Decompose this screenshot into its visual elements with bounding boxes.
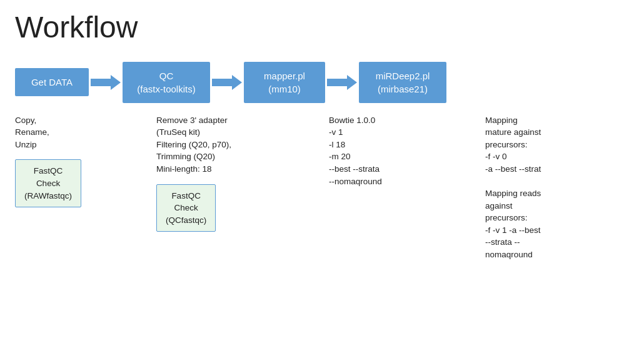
arrow-1 [89, 72, 123, 92]
desc-col-2: Remove 3' adapter (TruSeq kit) Filtering… [156, 114, 295, 232]
desc-col-4: Mapping mature against precursors: -f -v… [485, 114, 616, 261]
arrow-3 [325, 72, 359, 92]
desc-text-3: Bowtie 1.0.0 -v 1 -l 18 -m 20 --best --s… [329, 114, 451, 187]
page: Workflow Get DATA QC (fastx-toolkits) [0, 0, 644, 271]
svg-marker-1 [212, 75, 242, 90]
desc-col-1: Copy, Rename, Unzip FastQC Check (RAWfas… [15, 114, 123, 207]
fastqc-box-raw: FastQC Check (RAWfastqc) [15, 159, 81, 207]
step-box-mapper: mapper.pl (mm10) [244, 62, 325, 103]
svg-marker-2 [327, 75, 357, 90]
step-box-mirdeep: miRDeep2.pl (mirbase21) [359, 62, 446, 103]
desc-col-3: Bowtie 1.0.0 -v 1 -l 18 -m 20 --best --s… [329, 114, 451, 187]
desc-text-1: Copy, Rename, Unzip [15, 114, 123, 151]
step-box-qc: QC (fastx-toolkits) [123, 62, 210, 103]
descriptions-row: Copy, Rename, Unzip FastQC Check (RAWfas… [15, 114, 629, 261]
step-box-get-data: Get DATA [15, 68, 89, 96]
svg-marker-0 [91, 75, 121, 90]
desc-text-2: Remove 3' adapter (TruSeq kit) Filtering… [156, 114, 295, 176]
page-title: Workflow [15, 11, 629, 44]
arrow-2 [210, 72, 244, 92]
desc-text-4: Mapping mature against precursors: -f -v… [485, 114, 616, 261]
boxes-row: Get DATA QC (fastx-toolkits) mapper.pl (… [15, 62, 629, 103]
workflow-area: Get DATA QC (fastx-toolkits) mapper.pl (… [15, 62, 629, 261]
fastqc-box-qc: FastQC Check (QCfastqc) [156, 184, 216, 232]
